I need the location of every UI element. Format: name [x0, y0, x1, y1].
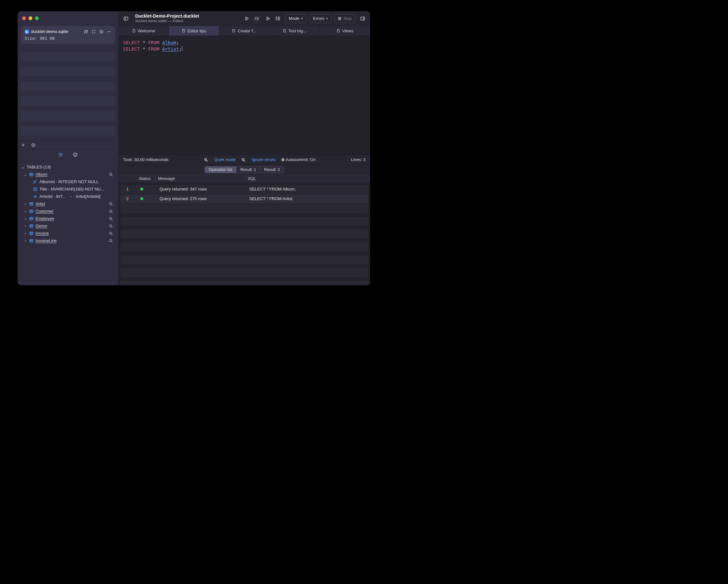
- autocommit-toggle[interactable]: Autocommit: On: [281, 157, 316, 162]
- errors-dropdown[interactable]: Errors ▾: [310, 14, 331, 23]
- project-title: Ducklet-Demo-Project.ducklet: [135, 13, 199, 19]
- title-block: Ducklet-Demo-Project.ducklet ducklet-dem…: [135, 13, 199, 23]
- ignore-errors-toggle[interactable]: Ignore errors: [252, 157, 275, 162]
- stop-button[interactable]: Stop: [335, 14, 355, 23]
- file-icon: [232, 29, 235, 33]
- svg-rect-18: [30, 232, 33, 235]
- result-row-empty: [121, 242, 368, 251]
- table-row[interactable]: › Employee: [20, 215, 116, 222]
- stop-label: Stop: [343, 16, 352, 21]
- list-view-icon[interactable]: [58, 152, 63, 157]
- close-window-button[interactable]: [22, 16, 26, 20]
- minimize-window-button[interactable]: [28, 16, 32, 20]
- stop-icon: [338, 17, 341, 20]
- row-message: Query returned: 347 rows: [157, 187, 247, 192]
- info-view-icon[interactable]: [73, 152, 78, 157]
- svg-rect-22: [124, 17, 128, 20]
- mode-dropdown[interactable]: Mode ▾: [285, 14, 306, 23]
- sidebar-tools: [18, 141, 118, 149]
- results-table: Status Message SQL 1 Query returned: 347…: [119, 174, 370, 286]
- table-icon: [29, 202, 34, 206]
- result-tab-operation-list[interactable]: Operation list: [204, 166, 236, 173]
- result-row[interactable]: 1 Query returned: 347 rows SELECT * FROM…: [121, 185, 368, 194]
- column-row[interactable]: ArtistId - INT... → Artist[ArtistId]: [20, 193, 116, 200]
- key-icon: [33, 179, 37, 184]
- row-sql: SELECT * FROM Artist;: [247, 196, 365, 201]
- chevron-right-icon: ›: [23, 201, 27, 206]
- result-row[interactable]: 2 Query returned: 275 rows SELECT * FROM…: [121, 194, 368, 203]
- status-took: Took: 30,00 milliseconds: [123, 157, 168, 162]
- run-current-list-icon[interactable]: [253, 15, 261, 23]
- database-card[interactable]: ◧ ducklet-demo.sqlite: [21, 26, 115, 44]
- tab-test-trig[interactable]: Test trig...: [269, 26, 320, 35]
- search-icon[interactable]: [109, 209, 115, 214]
- table-icon: [29, 224, 34, 228]
- search-icon[interactable]: [109, 224, 115, 228]
- zoom-window-button[interactable]: [35, 16, 39, 20]
- table-row[interactable]: › Customer: [20, 207, 116, 215]
- mute-icon[interactable]: [241, 158, 246, 162]
- editor-line: SELECT * FROM Artist;: [123, 46, 366, 53]
- run-current-icon[interactable]: [243, 15, 251, 23]
- tables-group[interactable]: ⌄ TABLES (13): [20, 163, 116, 171]
- table-name: InvoiceLine: [35, 238, 57, 243]
- window-controls: [18, 11, 118, 23]
- database-size: Size: 901 KB: [25, 36, 111, 41]
- foreign-key-icon: [33, 194, 37, 199]
- table-row[interactable]: › Invoice: [20, 229, 116, 237]
- search-icon[interactable]: [109, 172, 115, 177]
- column-row[interactable]: AlbumId - INTEGER NOT NULL: [20, 178, 116, 185]
- svg-rect-9: [34, 188, 37, 191]
- chevron-down-icon: ⌄: [21, 165, 25, 169]
- mute-icon[interactable]: [204, 158, 208, 162]
- tab-label: Test trig...: [288, 28, 306, 33]
- remove-button[interactable]: [31, 143, 35, 147]
- sidebar: ◧ ducklet-demo.sqlite: [18, 11, 119, 285]
- toggle-right-panel-icon[interactable]: [359, 15, 367, 23]
- svg-point-2: [109, 31, 109, 32]
- add-button[interactable]: [21, 143, 25, 147]
- toolbar: Ducklet-Demo-Project.ducklet ducklet-dem…: [119, 11, 370, 26]
- column-row[interactable]: Title - NVARCHAR(160) NOT NU...: [20, 185, 116, 193]
- chevron-right-icon: ›: [23, 231, 27, 235]
- run-all-list-icon[interactable]: [274, 15, 282, 23]
- tab-create-t[interactable]: Create T...: [219, 26, 269, 35]
- run-all-icon[interactable]: [264, 15, 272, 23]
- more-icon[interactable]: [107, 29, 111, 34]
- result-row-empty: [121, 229, 368, 239]
- run-all-group: [264, 15, 282, 23]
- table-row[interactable]: › InvoiceLine: [20, 237, 116, 244]
- table-name: Genre: [35, 223, 47, 228]
- toggle-left-panel-icon[interactable]: [122, 15, 130, 23]
- sidebar-view-toggle: [18, 149, 118, 160]
- svg-rect-14: [30, 217, 33, 220]
- table-row-album[interactable]: ⌄ Album: [20, 171, 116, 178]
- column-label: Title - NVARCHAR(160) NOT NU...: [40, 187, 104, 192]
- success-dot-icon: [140, 197, 143, 200]
- sidebar-placeholder: [21, 52, 115, 62]
- open-external-icon[interactable]: [84, 29, 88, 34]
- search-icon[interactable]: [109, 239, 115, 243]
- column-label: AlbumId - INTEGER NOT NULL: [40, 179, 99, 184]
- table-row[interactable]: › Artist: [20, 200, 116, 207]
- table-row[interactable]: › Genre: [20, 222, 116, 229]
- clock-icon[interactable]: [99, 29, 104, 34]
- focus-icon[interactable]: [91, 29, 96, 34]
- search-icon[interactable]: [109, 231, 115, 235]
- search-icon[interactable]: [109, 202, 115, 206]
- table-name: Invoice: [35, 231, 49, 235]
- result-tab-1[interactable]: Result: 1: [236, 166, 260, 173]
- tab-views[interactable]: Views: [320, 26, 370, 35]
- quiet-mode-toggle[interactable]: Quiet mode: [214, 157, 235, 162]
- table-icon: [29, 217, 34, 221]
- row-number: 1: [124, 187, 138, 192]
- tab-welcome[interactable]: Welcome: [119, 26, 169, 35]
- search-icon[interactable]: [109, 217, 115, 221]
- sql-editor[interactable]: SELECT * FROM Album; SELECT * FROM Artis…: [119, 36, 370, 155]
- table-icon: [29, 172, 34, 177]
- table-name: Artist: [35, 201, 45, 206]
- result-tab-2[interactable]: Result: 2: [260, 166, 284, 173]
- file-icon: [336, 29, 340, 33]
- status-bar: Took: 30,00 milliseconds Quiet mode Igno…: [119, 155, 370, 165]
- tab-editor-tips[interactable]: Editor tips: [169, 26, 219, 35]
